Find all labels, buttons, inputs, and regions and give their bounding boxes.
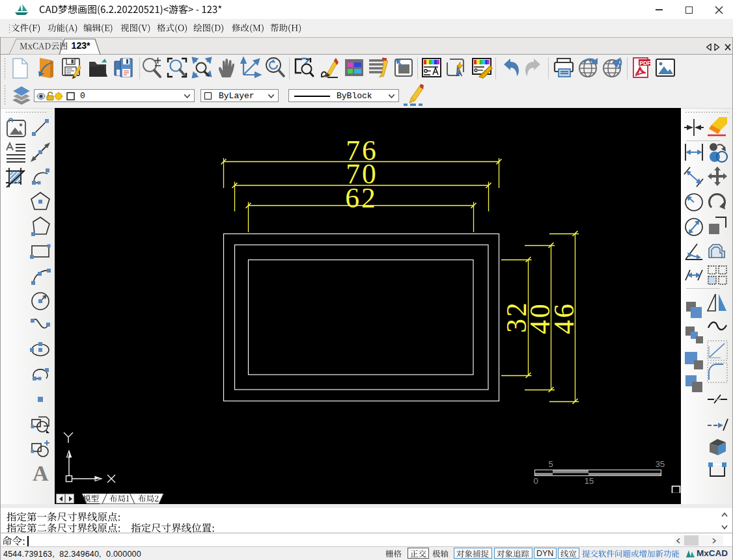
- svg-text:PDF: PDF: [640, 60, 651, 66]
- svg-text:A: A: [33, 462, 49, 484]
